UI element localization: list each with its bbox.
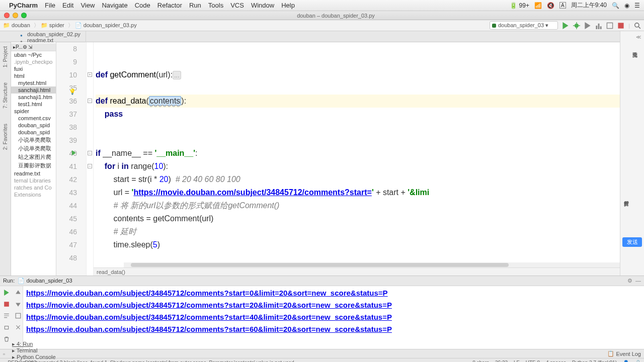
menu-file[interactable]: File — [45, 2, 55, 9]
code-line[interactable]: url = 'https://movie.douban.com/subject/… — [96, 186, 627, 199]
lock-icon[interactable]: 🔓 — [635, 360, 641, 362]
menu-code[interactable]: Code — [135, 2, 150, 9]
tree-node[interactable]: fuxi — [11, 65, 56, 72]
code-line[interactable]: if __name__ == '__main__': — [96, 147, 627, 160]
maximize-window-icon[interactable] — [21, 13, 27, 18]
event-log-button[interactable]: 📋 Event Log — [607, 350, 641, 357]
console-link[interactable]: https://movie.douban.com/subject/3484571… — [26, 301, 392, 309]
scroll-to-end-button[interactable] — [13, 310, 24, 321]
ime-badge[interactable]: A — [559, 2, 566, 9]
clear-button[interactable] — [13, 322, 24, 333]
code-line[interactable]: start = str(i * 20) # 20 40 60 80 100 — [96, 173, 627, 186]
print-button[interactable] — [1, 322, 12, 333]
run-config-selector[interactable]: douban_spider_03 ▾ — [490, 21, 558, 30]
code-editor[interactable]: 891035💡36373839404142434445464748 +−−− d… — [56, 42, 633, 276]
fold-toggle[interactable]: + — [88, 72, 92, 77]
project-tool-button[interactable]: 1: Project — [3, 46, 8, 67]
notifications-icon[interactable]: ☰ — [634, 2, 640, 9]
tree-node[interactable]: ternal Libraries — [11, 177, 56, 184]
console-link[interactable]: https://movie.douban.com/subject/3484571… — [26, 289, 388, 297]
code-line[interactable] — [96, 81, 627, 95]
tree-node[interactable]: test1.html — [11, 101, 56, 108]
structure-tool-button[interactable]: 7: Structure — [3, 82, 8, 109]
console-link[interactable]: https://movie.douban.com/subject/3484571… — [26, 313, 392, 321]
profile-button[interactable] — [595, 22, 602, 29]
code-line[interactable]: contents = getComment(url) — [96, 212, 627, 225]
bottom-tab[interactable]: ▸ 4: Run — [12, 341, 56, 347]
status-item[interactable]: 4 spaces — [546, 360, 566, 362]
coverage-button[interactable] — [584, 22, 591, 29]
breadcrumb-item[interactable]: 📁 douban — [3, 22, 30, 28]
menu-edit[interactable]: Edit — [62, 2, 73, 9]
code-line[interactable]: # 将 新的url以参数的形式赋值给getComment() — [96, 199, 627, 212]
tree-node[interactable]: douban_spid — [11, 122, 56, 129]
project-tree-header[interactable]: ▸ P... ⚙ ⇲ — [11, 43, 56, 51]
tree-node[interactable]: sanchaji1.htm — [11, 94, 56, 101]
traffic-lights[interactable] — [4, 13, 27, 18]
rerun-button[interactable] — [1, 287, 12, 298]
trash-button[interactable] — [1, 333, 12, 344]
menu-tools[interactable]: Tools — [208, 2, 223, 9]
status-item[interactable]: UTF-8 — [526, 360, 540, 362]
bottom-tab[interactable]: ▸ Terminal — [12, 347, 56, 354]
tree-node[interactable]: html — [11, 72, 56, 79]
stop-button[interactable] — [617, 22, 624, 29]
code-area[interactable]: def getComment(url):... def read_data(co… — [94, 42, 627, 276]
tree-node[interactable]: .ipynb_checkpo — [11, 58, 56, 65]
editor-gutter[interactable]: 891035💡36373839404142434445464748 — [56, 42, 87, 276]
run-down-button[interactable] — [13, 299, 24, 310]
console-link[interactable]: https://movie.douban.com/subject/3484571… — [26, 325, 392, 333]
favorites-tool-button[interactable]: 2: Favorites — [3, 124, 8, 150]
tree-node[interactable]: mytest.html — [11, 79, 56, 86]
menu-navigate[interactable]: Navigate — [102, 2, 127, 9]
menu-window[interactable]: Window — [251, 2, 274, 9]
status-icon[interactable]: ▫ — [3, 360, 5, 362]
tree-node[interactable]: spider — [11, 108, 56, 115]
code-line[interactable]: def getComment(url):... — [96, 68, 627, 81]
tree-node[interactable]: comment.csv — [11, 115, 56, 122]
code-line[interactable]: time.sleep(5) — [96, 238, 627, 251]
status-item[interactable]: LF — [514, 360, 520, 362]
bottom-tab[interactable]: ▸ Python Console — [12, 354, 56, 360]
minimize-window-icon[interactable] — [13, 13, 18, 18]
run-gutter-icon[interactable] — [72, 150, 76, 155]
tree-node[interactable]: sanchaji.html — [11, 86, 56, 94]
editor-breadcrumb[interactable]: read_data() — [94, 267, 627, 276]
status-item[interactable]: Python 3.7 (flask01) — [572, 360, 617, 362]
run-button[interactable] — [562, 22, 569, 29]
external-side-panel[interactable]: ≪ 互动交流 屏般打赏 发送 — [620, 31, 644, 276]
inspector-icon[interactable]: 👤 — [623, 360, 629, 362]
left-tool-strip[interactable]: 1: Project 7: Structure 2: Favorites — [0, 42, 11, 276]
editor-tab[interactable]: douban_spider_02.py — [15, 31, 86, 37]
run-minimize-icon[interactable]: — — [635, 278, 641, 284]
menu-run[interactable]: Run — [189, 2, 201, 9]
run-up-button[interactable] — [13, 287, 24, 298]
code-line[interactable]: def read_data(contents): — [96, 95, 627, 108]
fold-strip[interactable]: +−−− — [87, 42, 94, 276]
tree-node[interactable]: 豆瓣影评数据 — [11, 161, 56, 170]
tree-node[interactable]: douban_spid — [11, 129, 56, 136]
breadcrumb-item[interactable]: 📄 douban_spider_03.py — [75, 22, 137, 28]
run-toolbar[interactable] — [0, 286, 23, 349]
code-line[interactable] — [96, 42, 627, 55]
close-window-icon[interactable] — [4, 13, 10, 18]
tree-node[interactable]: ratches and Co — [11, 184, 56, 191]
code-line[interactable] — [96, 121, 627, 134]
run-settings-icon[interactable]: ⚙ — [627, 278, 632, 284]
status-item[interactable]: 36:23 — [495, 360, 508, 362]
send-button[interactable]: 发送 — [622, 237, 642, 247]
fold-toggle[interactable]: − — [88, 99, 92, 103]
project-tree[interactable]: ▸ P... ⚙ ⇲ uban ~/Pyc.ipynb_checkpofuxih… — [11, 42, 56, 276]
breadcrumb-item[interactable]: 📁 spider — [41, 22, 64, 28]
tree-node[interactable]: Extensions — [11, 191, 56, 198]
tree-node[interactable]: 小说单类爬取 — [11, 136, 56, 144]
soft-wrap-button[interactable] — [1, 310, 12, 321]
siri-icon[interactable]: ◉ — [624, 2, 629, 9]
code-line[interactable]: pass — [96, 108, 627, 121]
tree-node[interactable]: uban ~/Pyc — [11, 51, 56, 58]
run-output[interactable]: https://movie.douban.com/subject/3484571… — [23, 286, 644, 349]
status-item[interactable]: 8 chars — [472, 360, 489, 362]
bottom-collapse-icon[interactable]: ▫ — [3, 351, 5, 357]
code-line[interactable]: # 延时 — [96, 225, 627, 238]
menu-view[interactable]: View — [80, 2, 95, 9]
